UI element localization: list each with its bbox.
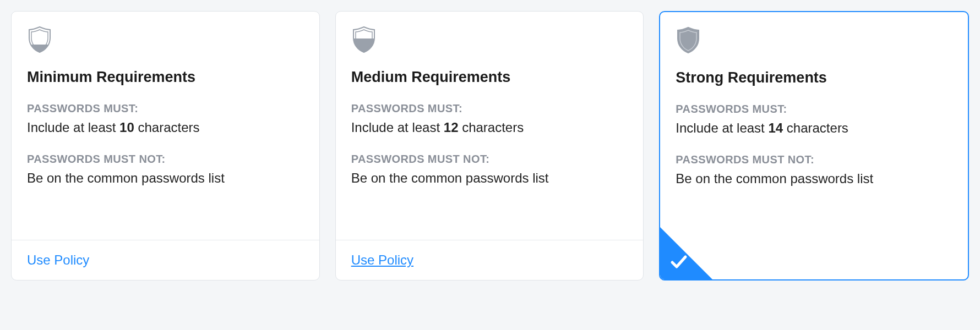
passwords-must-label: PASSWORDS MUST: bbox=[351, 102, 628, 115]
policy-card-minimum[interactable]: Minimum Requirements PASSWORDS MUST: Inc… bbox=[11, 11, 320, 280]
card-title: Strong Requirements bbox=[676, 69, 952, 86]
card-footer: Use Policy bbox=[12, 240, 319, 280]
policy-card-strong[interactable]: Strong Requirements PASSWORDS MUST: Incl… bbox=[659, 11, 969, 280]
check-icon bbox=[669, 252, 689, 274]
passwords-must-label: PASSWORDS MUST: bbox=[27, 102, 304, 115]
shield-icon bbox=[27, 26, 52, 53]
card-title: Medium Requirements bbox=[351, 69, 628, 86]
must-suffix: characters bbox=[783, 120, 848, 135]
passwords-must-text: Include at least 12 characters bbox=[351, 118, 628, 138]
svg-rect-1 bbox=[351, 38, 377, 53]
must-suffix: characters bbox=[458, 120, 524, 135]
card-title: Minimum Requirements bbox=[27, 69, 304, 86]
policy-card-medium[interactable]: Medium Requirements PASSWORDS MUST: Incl… bbox=[335, 11, 644, 280]
card-body: Minimum Requirements PASSWORDS MUST: Inc… bbox=[12, 12, 319, 240]
passwords-must-text: Include at least 14 characters bbox=[676, 119, 952, 138]
svg-rect-0 bbox=[27, 45, 52, 53]
shield-icon bbox=[351, 26, 377, 53]
passwords-must-not-text: Be on the common passwords list bbox=[27, 169, 304, 188]
passwords-must-not-label: PASSWORDS MUST NOT: bbox=[676, 153, 952, 166]
passwords-must-not-label: PASSWORDS MUST NOT: bbox=[351, 153, 628, 166]
min-chars-value: 12 bbox=[444, 120, 459, 135]
must-suffix: characters bbox=[134, 120, 200, 135]
passwords-must-not-text: Be on the common passwords list bbox=[351, 169, 628, 188]
card-footer: Use Policy bbox=[336, 240, 644, 280]
passwords-must-not-label: PASSWORDS MUST NOT: bbox=[27, 153, 304, 166]
passwords-must-text: Include at least 10 characters bbox=[27, 118, 304, 138]
use-policy-link[interactable]: Use Policy bbox=[27, 252, 89, 268]
min-chars-value: 14 bbox=[768, 120, 783, 135]
card-body: Medium Requirements PASSWORDS MUST: Incl… bbox=[336, 12, 644, 240]
shield-icon bbox=[676, 26, 701, 54]
must-prefix: Include at least bbox=[27, 120, 119, 135]
passwords-must-not-text: Be on the common passwords list bbox=[676, 169, 952, 189]
passwords-must-label: PASSWORDS MUST: bbox=[676, 103, 952, 116]
must-prefix: Include at least bbox=[676, 120, 768, 135]
min-chars-value: 10 bbox=[119, 120, 134, 135]
must-prefix: Include at least bbox=[351, 120, 444, 135]
use-policy-link[interactable]: Use Policy bbox=[351, 252, 413, 268]
policy-cards-row: Minimum Requirements PASSWORDS MUST: Inc… bbox=[11, 11, 969, 280]
